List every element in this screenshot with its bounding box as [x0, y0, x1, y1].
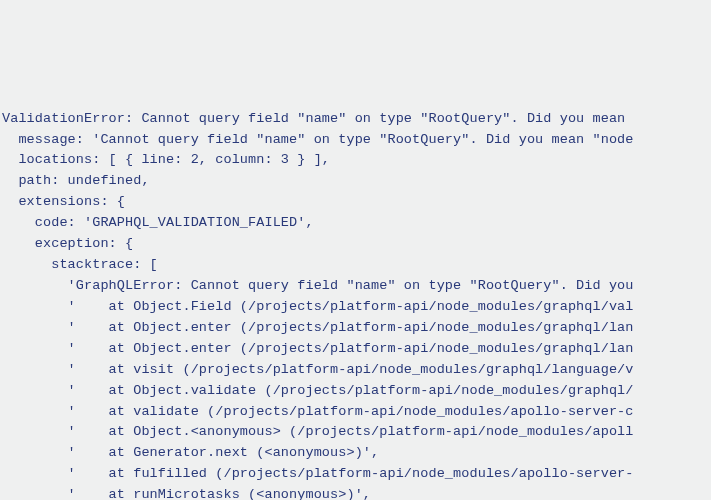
error-line: locations: [ { line: 2, column: 3 } ], [2, 152, 330, 167]
error-line: ' at Object.validate (/projects/platform… [2, 383, 634, 398]
error-line: code: 'GRAPHQL_VALIDATION_FAILED', [2, 215, 314, 230]
error-line: path: undefined, [2, 173, 150, 188]
error-line: ' at Object.Field (/projects/platform-ap… [2, 299, 634, 314]
error-line: ValidationError: Cannot query field "nam… [2, 111, 625, 126]
error-line: message: 'Cannot query field "name" on t… [2, 132, 634, 147]
error-line: ' at visit (/projects/platform-api/node_… [2, 362, 634, 377]
error-line: ' at Generator.next (<anonymous>)', [2, 445, 379, 460]
error-line: ' at runMicrotasks (<anonymous>)', [2, 487, 371, 500]
error-line: extensions: { [2, 194, 125, 209]
error-line: 'GraphQLError: Cannot query field "name"… [2, 278, 634, 293]
error-line: exception: { [2, 236, 133, 251]
error-line: ' at Object.enter (/projects/platform-ap… [2, 320, 634, 335]
error-line: ' at fulfilled (/projects/platform-api/n… [2, 466, 634, 481]
error-line: ' at Object.enter (/projects/platform-ap… [2, 341, 634, 356]
error-line: ' at Object.<anonymous> (/projects/platf… [2, 424, 634, 439]
error-line: stacktrace: [ [2, 257, 158, 272]
error-output: ValidationError: Cannot query field "nam… [2, 88, 709, 500]
error-line: ' at validate (/projects/platform-api/no… [2, 404, 634, 419]
